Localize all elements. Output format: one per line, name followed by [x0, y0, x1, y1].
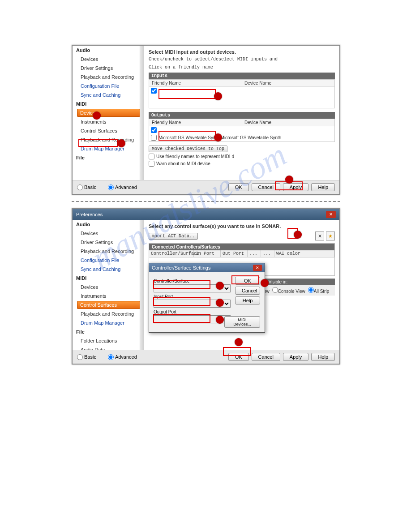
ok-button[interactable]: OK	[228, 353, 249, 361]
apply-button[interactable]: Apply	[283, 353, 309, 361]
sidebar-item-audio-devices[interactable]: Devices	[73, 229, 144, 238]
warn-no-midi-checkbox[interactable]	[149, 161, 154, 167]
annotation-marker	[214, 133, 222, 142]
sidebar-item-driver-settings[interactable]: Driver Settings	[73, 64, 144, 73]
dialog-title: Controller/Surface Settings	[152, 265, 210, 270]
sidebar-item-instruments[interactable]: Instruments	[73, 292, 144, 300]
category-midi: MIDI	[73, 274, 144, 283]
category-audio: Audio	[73, 46, 144, 55]
annotation-marker	[261, 279, 269, 287]
output-checkbox-1[interactable]	[151, 127, 157, 133]
sidebar-item-midi-devices[interactable]: Devices	[73, 283, 144, 292]
input-checkbox-1[interactable]	[151, 88, 157, 94]
category-file: File	[73, 327, 144, 336]
move-checked-button[interactable]: Move Checked Devices to Top	[149, 146, 227, 152]
advanced-radio[interactable]: Advanced	[108, 184, 137, 190]
outputs-header: Outputs	[149, 112, 335, 119]
sidebar-item-audio-devices[interactable]: Devices	[73, 55, 144, 64]
delete-icon[interactable]: ✕	[315, 232, 324, 240]
sidebar-item-midi-devices[interactable]: Devices	[77, 109, 140, 117]
output-row-2[interactable]: Microsoft GS Wavetable Synth Microsoft G…	[149, 134, 334, 142]
basic-radio[interactable]: Basic	[77, 184, 96, 190]
sidebar: Audio Devices Driver Settings Playback a…	[73, 46, 144, 180]
annotation-marker	[216, 299, 224, 307]
sidebar-item-control-surfaces[interactable]: Control Surfaces	[73, 126, 144, 135]
col-device-out: Device Name	[242, 119, 334, 126]
sidebar-item-driver-settings[interactable]: Driver Settings	[73, 238, 144, 247]
col-device: Device Name	[242, 80, 334, 86]
category-audio: Audio	[73, 220, 144, 229]
sidebar-item-midi-playback[interactable]: Playback and Recording	[73, 309, 144, 318]
dialog-help-button[interactable]: Help	[235, 296, 260, 305]
add-icon[interactable]: ★	[326, 232, 335, 240]
sidebar-item-sync-caching[interactable]: Sync and Caching	[73, 90, 144, 99]
title-bar: Preferences ✕	[73, 209, 339, 220]
cancel-button[interactable]: Cancel	[252, 353, 280, 361]
annotation-marker	[216, 282, 224, 290]
annotation-marker	[294, 231, 302, 239]
help-button[interactable]: Help	[311, 353, 335, 361]
strip-opt-all[interactable]: All Strip	[308, 287, 329, 294]
input-row-1[interactable]	[149, 87, 334, 94]
col-wai-color: WAI color	[274, 250, 334, 257]
col-dots1: ...	[248, 250, 261, 257]
screenshot-separator	[72, 201, 340, 202]
window-title: Preferences	[76, 212, 103, 217]
hint-line-1: Check/uncheck to select/deselect MIDI in…	[149, 56, 335, 63]
sidebar-item-drum-map[interactable]: Drum Map Manager	[73, 318, 144, 327]
sidebar-item-instruments[interactable]: Instruments	[73, 117, 144, 126]
advanced-radio[interactable]: Advanced	[108, 354, 137, 360]
annotation-marker	[93, 112, 101, 120]
sidebar-item-control-surfaces[interactable]: Control Surfaces	[77, 301, 140, 309]
output-checkbox-2[interactable]	[151, 135, 157, 141]
import-act-button[interactable]: mport ACT Data..	[149, 233, 198, 240]
basic-radio[interactable]: Basic	[77, 354, 96, 360]
sidebar-item-playback-recording[interactable]: Playback and Recording	[73, 73, 144, 82]
col-controller: Controller/Surface	[149, 250, 194, 257]
annotation-marker	[214, 92, 222, 100]
sidebar-item-folder-locations[interactable]: Folder Locations	[73, 336, 144, 345]
col-in-port: In Port	[194, 250, 221, 257]
controller-settings-dialog: Controller/Surface Settings ✕ Controller…	[149, 263, 265, 333]
sidebar: Audio Devices Driver Settings Playback a…	[73, 220, 144, 350]
sidebar-item-config-file[interactable]: Configuration File	[73, 256, 144, 265]
annotation-marker	[285, 176, 293, 184]
annotation-marker	[216, 316, 224, 324]
ok-button[interactable]: OK	[228, 183, 249, 191]
footer-bar: Basic Advanced OK Cancel Apply Help	[73, 350, 339, 364]
input-port-label: Input Port	[154, 294, 231, 299]
category-midi: MIDI	[73, 99, 144, 108]
sidebar-item-playback-recording[interactable]: Playback and Recording	[73, 247, 144, 256]
preferences-window-2: Preferences ✕ Audio Devices Driver Setti…	[72, 208, 340, 365]
apply-button[interactable]: Apply	[283, 183, 309, 191]
sidebar-item-midi-playback[interactable]: Playback and Recording	[73, 135, 144, 144]
main-panel: Select MIDI input and output devices. Ch…	[144, 46, 339, 180]
cancel-button[interactable]: Cancel	[252, 183, 280, 191]
col-friendly-out: Friendly Name	[149, 119, 242, 126]
friendly-names-checkbox[interactable]	[149, 154, 154, 159]
table-header: Connected Controllers/Surfaces	[149, 244, 334, 250]
panel-heading: Select MIDI input and output devices.	[149, 49, 335, 55]
annotation-marker	[117, 139, 125, 147]
footer-bar: Basic Advanced OK Cancel Apply Help	[73, 180, 339, 194]
help-button[interactable]: Help	[311, 183, 335, 191]
col-dots2: ...	[261, 250, 274, 257]
sidebar-item-config-file[interactable]: Configuration File	[73, 82, 144, 90]
sidebar-item-audio-data[interactable]: Audio Data	[73, 345, 144, 350]
close-icon[interactable]: ✕	[326, 211, 336, 218]
output-row-1[interactable]	[149, 126, 334, 134]
hint-line-2: Click on a friendly name	[149, 64, 335, 71]
close-icon[interactable]: ✕	[253, 265, 262, 271]
col-out-port: Out Port	[221, 250, 248, 257]
output-port-label: Output Port	[154, 309, 231, 314]
inputs-header: Inputs	[149, 73, 335, 79]
midi-devices-button[interactable]: MIDI Devices...	[224, 316, 260, 328]
dialog-ok-button[interactable]: OK	[235, 277, 260, 285]
sidebar-item-sync-caching[interactable]: Sync and Caching	[73, 265, 144, 274]
sidebar-item-drum-map[interactable]: Drum Map Manager	[73, 144, 144, 153]
dialog-title-bar: Controller/Surface Settings ✕	[149, 263, 265, 272]
preferences-window-1: Audio Devices Driver Settings Playback a…	[72, 45, 340, 195]
strip-opt-console[interactable]: Console View	[272, 287, 305, 294]
category-file: File	[73, 153, 144, 162]
dialog-cancel-button[interactable]: Cancel	[235, 287, 260, 295]
